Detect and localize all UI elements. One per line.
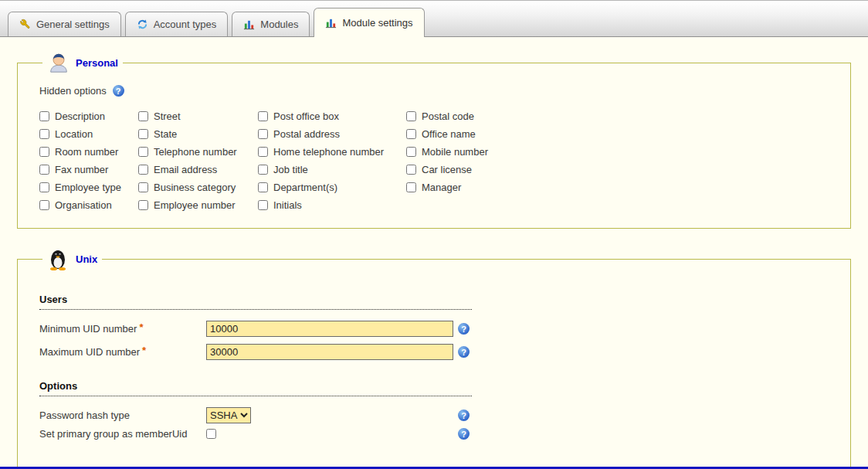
hidden-option-checkbox[interactable]: [39, 129, 49, 139]
required-marker: *: [139, 321, 143, 333]
content: Personal Hidden options ? Description St…: [0, 37, 868, 469]
tab-module-settings[interactable]: Module settings: [314, 8, 424, 37]
hidden-option-item: Post office box: [258, 110, 406, 122]
hidden-option-label: Job title: [273, 164, 308, 175]
hidden-option-label: Telephone number: [154, 146, 237, 158]
password-hash-label: Password hash type: [39, 410, 206, 421]
hidden-option-item: Organisation: [39, 199, 138, 211]
page: General settings Account types Modules M…: [0, 0, 868, 469]
hidden-option-item: Street: [138, 110, 258, 122]
hidden-option-item: Car license: [406, 164, 545, 175]
hidden-option-item: Employee type: [39, 182, 138, 193]
hidden-option-checkbox[interactable]: [138, 129, 148, 139]
hidden-option-item: Postal address: [258, 128, 406, 140]
uid-field-row: Minimum UID number* ?: [39, 321, 832, 337]
help-icon[interactable]: ?: [458, 428, 470, 440]
member-uid-row: Set primary group as memberUid ?: [39, 428, 832, 440]
uid-fields: Minimum UID number* ? Maximum UID number…: [36, 321, 832, 360]
hidden-option-checkbox[interactable]: [258, 182, 268, 192]
hidden-option-item: Room number: [39, 146, 138, 158]
users-subheading: Users: [39, 294, 472, 310]
wrench-icon: [19, 19, 31, 30]
uid-input[interactable]: [206, 321, 453, 337]
member-uid-checkbox[interactable]: [206, 429, 216, 439]
hidden-option-checkbox[interactable]: [39, 111, 49, 121]
person-icon: [47, 51, 70, 74]
hidden-option-checkbox[interactable]: [406, 182, 416, 192]
hidden-option-item: Postal code: [406, 110, 545, 122]
hidden-option-label: Department(s): [273, 182, 337, 193]
hidden-option-label: State: [154, 128, 177, 140]
help-icon[interactable]: ?: [458, 323, 470, 335]
hidden-options-grid: Description Street Post office box Posta…: [39, 110, 832, 216]
hidden-option-label: Employee number: [154, 199, 236, 211]
hidden-option-item: Manager: [406, 182, 545, 193]
hidden-option-item: Office name: [406, 128, 545, 140]
hidden-option-checkbox[interactable]: [138, 147, 148, 157]
hidden-option-label: Street: [154, 110, 181, 122]
required-marker: *: [142, 345, 146, 356]
hidden-options-row: Hidden options ?: [39, 85, 832, 97]
hidden-option-label: Location: [55, 128, 93, 140]
help-icon[interactable]: ?: [458, 410, 470, 421]
unix-section-legend: Unix: [42, 247, 102, 270]
hidden-option-label: Postal address: [273, 128, 340, 140]
hidden-option-item: Home telephone number: [258, 146, 406, 158]
hidden-option-checkbox[interactable]: [406, 147, 416, 157]
personal-section-legend: Personal: [42, 51, 123, 74]
tab-modules[interactable]: Modules: [232, 12, 310, 36]
hidden-options-label: Hidden options: [39, 85, 107, 97]
options-subheading: Options: [39, 380, 472, 396]
unix-section-title: Unix: [76, 253, 97, 265]
hidden-option-checkbox[interactable]: [138, 200, 148, 210]
hidden-option-label: Postal code: [422, 110, 474, 122]
hidden-option-item: Initials: [258, 199, 406, 211]
tab-bar: General settings Account types Modules M…: [0, 1, 868, 37]
hidden-option-item: Email address: [138, 164, 258, 175]
hidden-option-checkbox[interactable]: [138, 165, 148, 175]
hidden-option-label: Post office box: [273, 110, 339, 122]
hidden-option-checkbox[interactable]: [258, 200, 268, 210]
hidden-option-item: Telephone number: [138, 146, 258, 158]
tab-account-types[interactable]: Account types: [125, 12, 229, 36]
hidden-option-label: Organisation: [55, 199, 112, 211]
hidden-option-checkbox[interactable]: [39, 165, 49, 175]
password-hash-row: Password hash type SSHA ?: [39, 407, 832, 423]
hidden-option-item: Job title: [258, 164, 406, 175]
hidden-option-label: Room number: [55, 146, 118, 158]
modules-icon: [243, 19, 255, 30]
hidden-option-checkbox[interactable]: [406, 165, 416, 175]
hidden-option-checkbox[interactable]: [39, 182, 49, 192]
hidden-option-checkbox[interactable]: [258, 165, 268, 175]
hidden-option-item: Department(s): [258, 182, 406, 193]
hidden-option-checkbox[interactable]: [258, 147, 268, 157]
hidden-option-checkbox[interactable]: [138, 111, 148, 121]
hidden-option-label: Mobile number: [422, 146, 488, 158]
hidden-option-checkbox[interactable]: [258, 129, 268, 139]
hidden-option-checkbox[interactable]: [406, 111, 416, 121]
modules-icon: [325, 17, 337, 29]
uid-field-label: Minimum UID number*: [39, 323, 206, 335]
hidden-option-checkbox[interactable]: [39, 147, 49, 157]
uid-input[interactable]: [206, 344, 453, 360]
hidden-option-label: Business category: [154, 182, 236, 193]
tab-general-settings[interactable]: General settings: [8, 12, 121, 36]
hidden-option-label: Email address: [154, 164, 217, 175]
hidden-option-label: Manager: [422, 182, 461, 193]
uid-field-label: Maximum UID number*: [39, 346, 206, 358]
hidden-option-label: Fax number: [55, 164, 108, 175]
hidden-option-checkbox[interactable]: [406, 129, 416, 139]
help-icon[interactable]: ?: [113, 85, 124, 97]
help-icon[interactable]: ?: [458, 346, 470, 358]
hidden-option-checkbox[interactable]: [138, 182, 148, 192]
hidden-option-label: Office name: [422, 128, 476, 140]
member-uid-label: Set primary group as memberUid: [39, 428, 206, 440]
hidden-option-item: Description: [39, 110, 138, 122]
uid-field-row: Maximum UID number* ?: [39, 344, 832, 360]
personal-section: Personal Hidden options ? Description St…: [17, 51, 851, 229]
hidden-option-checkbox[interactable]: [39, 200, 49, 210]
hidden-option-checkbox[interactable]: [258, 111, 268, 121]
hidden-option-item: State: [138, 128, 258, 140]
hidden-option-label: Description: [55, 110, 105, 122]
password-hash-select[interactable]: SSHA: [206, 407, 251, 423]
